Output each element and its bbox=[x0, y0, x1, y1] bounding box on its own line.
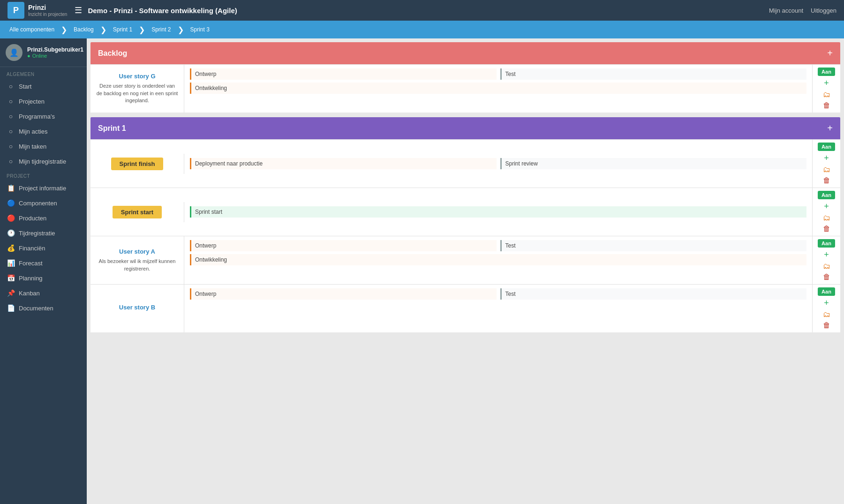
copy-icon[interactable]: 🗂 bbox=[823, 262, 830, 271]
sidebar-item-tijdregistratie-my[interactable]: ○ Mijn tijdregistratie bbox=[0, 154, 87, 169]
backlog-add-button[interactable]: + bbox=[827, 48, 833, 59]
sidebar-label-acties: Mijn acties bbox=[19, 128, 47, 135]
add-icon[interactable]: + bbox=[824, 250, 829, 260]
task-item[interactable]: Ontwerp bbox=[190, 240, 497, 251]
copy-icon[interactable]: 🗂 bbox=[823, 310, 830, 319]
task-item[interactable]: Sprint review bbox=[500, 158, 807, 169]
sidebar-item-projecten[interactable]: ○ Projecten bbox=[0, 94, 87, 109]
sidebar-item-forecast[interactable]: 📊 Forecast bbox=[0, 256, 87, 271]
story-info: User story B bbox=[90, 285, 184, 332]
sidebar-item-producten[interactable]: 🔴 Producten bbox=[0, 211, 87, 226]
task-item[interactable]: Ontwikkeling bbox=[190, 254, 806, 265]
trash-icon[interactable]: 🗑 bbox=[823, 321, 830, 330]
sidebar-item-kanban[interactable]: 📌 Kanban bbox=[0, 286, 87, 301]
sidebar-item-mijn-taken[interactable]: ○ Mijn taken bbox=[0, 139, 87, 154]
docs-icon: 📄 bbox=[7, 304, 15, 312]
sprint1-add-button[interactable]: + bbox=[827, 123, 833, 134]
add-icon[interactable]: + bbox=[824, 153, 829, 163]
copy-icon[interactable]: 🗂 bbox=[823, 90, 830, 99]
project-section-label: Project bbox=[0, 169, 87, 181]
sidebar-item-mijn-acties[interactable]: ○ Mijn acties bbox=[0, 124, 87, 139]
sidebar-item-tijdregistratie[interactable]: 🕐 Tijdregistratie bbox=[0, 226, 87, 241]
story-desc: Deze user story is onderdeel van de back… bbox=[96, 83, 178, 104]
actions-column: Aan + 🗂 🗑 bbox=[812, 65, 840, 113]
sidebar-label-documenten: Documenten bbox=[19, 305, 53, 312]
table-row: Sprint start Sprint start Aan + 🗂 🗑 bbox=[90, 188, 840, 236]
table-row: User story G Deze user story is onderdee… bbox=[90, 64, 840, 113]
general-section-label: Algemeen bbox=[0, 67, 87, 79]
add-icon[interactable]: + bbox=[824, 298, 829, 308]
task-item[interactable]: Ontwerp bbox=[190, 288, 497, 300]
backlog-section: Backlog + User story G Deze user story i… bbox=[90, 42, 840, 113]
trash-icon[interactable]: 🗑 bbox=[823, 273, 830, 281]
backlog-title: Backlog bbox=[98, 49, 127, 58]
breadcrumb-arrow-icon: ❯ bbox=[178, 25, 184, 34]
tasks-area: Sprint start bbox=[184, 203, 812, 221]
producten-icon: 🔴 bbox=[7, 214, 15, 222]
document-icon: 📋 bbox=[7, 184, 15, 192]
copy-icon[interactable]: 🗂 bbox=[823, 165, 830, 174]
sidebar-item-documenten[interactable]: 📄 Documenten bbox=[0, 301, 87, 316]
aan-button[interactable]: Aan bbox=[818, 287, 835, 296]
sprint-start-badge: Sprint start bbox=[113, 206, 162, 218]
circle-icon: ○ bbox=[7, 83, 15, 90]
milestone-cell: Sprint start bbox=[90, 202, 184, 222]
actions-column: Aan + 🗂 🗑 bbox=[812, 285, 840, 332]
main-layout: 👤 Prinzi.Subgebruiker1 ●Online Algemeen … bbox=[0, 38, 844, 504]
task-row-split: Ontwerp Test bbox=[190, 288, 806, 300]
add-icon[interactable]: + bbox=[824, 202, 829, 211]
aan-button[interactable]: Aan bbox=[818, 68, 835, 76]
breadcrumb-item-sprint-1[interactable]: Sprint 1 bbox=[107, 21, 138, 38]
sidebar-item-programmas[interactable]: ○ Programma's bbox=[0, 109, 87, 124]
sidebar-item-project-info[interactable]: 📋 Project informatie bbox=[0, 181, 87, 196]
task-item[interactable]: Ontwerp bbox=[190, 68, 497, 80]
aan-button[interactable]: Aan bbox=[818, 239, 835, 248]
trash-icon[interactable]: 🗑 bbox=[823, 176, 830, 185]
hamburger-icon[interactable]: ☰ bbox=[75, 5, 82, 15]
actions-column: Aan + 🗂 🗑 bbox=[812, 188, 840, 236]
task-item[interactable]: Deployment naar productie bbox=[190, 158, 497, 169]
breadcrumb-bar: Alle componenten❯Backlog❯Sprint 1❯Sprint… bbox=[0, 21, 844, 38]
breadcrumb-item-sprint-2[interactable]: Sprint 2 bbox=[146, 21, 176, 38]
backlog-rows: User story G Deze user story is onderdee… bbox=[90, 64, 840, 113]
sidebar-label-financien: Financiën bbox=[19, 245, 45, 252]
task-item[interactable]: Sprint start bbox=[190, 206, 806, 218]
add-icon[interactable]: + bbox=[824, 78, 829, 88]
actions-column: Aan + 🗂 🗑 bbox=[812, 236, 840, 284]
sidebar-item-start[interactable]: ○ Start bbox=[0, 79, 87, 94]
planning-icon: 📅 bbox=[7, 274, 15, 282]
task-row-split: Deployment naar productie Sprint review bbox=[190, 158, 806, 169]
aan-button[interactable]: Aan bbox=[818, 143, 835, 151]
task-item[interactable]: Test bbox=[500, 288, 807, 300]
sidebar-item-planning[interactable]: 📅 Planning bbox=[0, 271, 87, 286]
task-item[interactable]: Ontwikkeling bbox=[190, 83, 806, 94]
breadcrumb-item-backlog[interactable]: Backlog bbox=[68, 21, 99, 38]
componenten-icon: 🔵 bbox=[7, 199, 15, 207]
breadcrumb-item-sprint-3[interactable]: Sprint 3 bbox=[185, 21, 215, 38]
circle-icon: ○ bbox=[7, 143, 15, 150]
breadcrumb-arrow-icon: ❯ bbox=[61, 25, 67, 34]
user-status: ●Online bbox=[27, 53, 83, 59]
account-link[interactable]: Mijn account bbox=[769, 7, 803, 14]
sidebar-item-componenten[interactable]: 🔵 Componenten bbox=[0, 196, 87, 211]
top-header: P Prinzi Inzicht in projecten ☰ Demo - P… bbox=[0, 0, 844, 21]
aan-button[interactable]: Aan bbox=[818, 191, 835, 199]
svg-text:P: P bbox=[13, 6, 19, 15]
task-row-split: Ontwerp Test bbox=[190, 68, 806, 80]
copy-icon[interactable]: 🗂 bbox=[823, 214, 830, 222]
logout-link[interactable]: Uitloggen bbox=[811, 7, 836, 14]
top-right-nav: Mijn account Uitloggen bbox=[769, 7, 836, 14]
sidebar: 👤 Prinzi.Subgebruiker1 ●Online Algemeen … bbox=[0, 38, 87, 504]
story-title: User story A bbox=[119, 248, 155, 255]
trash-icon[interactable]: 🗑 bbox=[823, 101, 830, 110]
breadcrumb-item-alle-componenten[interactable]: Alle componenten bbox=[4, 21, 60, 38]
trash-icon[interactable]: 🗑 bbox=[823, 225, 830, 233]
task-item[interactable]: Test bbox=[500, 240, 807, 251]
backlog-header: Backlog + bbox=[90, 42, 840, 64]
sidebar-item-financien[interactable]: 💰 Financiën bbox=[0, 241, 87, 256]
table-row: Sprint finish Deployment naar productie … bbox=[90, 139, 840, 188]
circle-icon: ○ bbox=[7, 158, 15, 165]
task-item[interactable]: Test bbox=[500, 68, 807, 80]
story-info: User story G Deze user story is onderdee… bbox=[90, 65, 184, 113]
status-dot: ● bbox=[27, 53, 30, 59]
